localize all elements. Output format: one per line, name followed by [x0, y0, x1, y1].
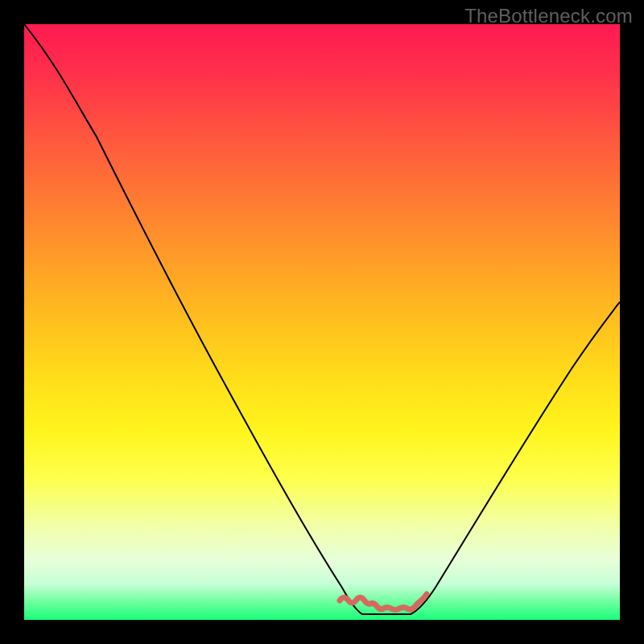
- bottleneck-curve: [24, 24, 620, 614]
- trough-marker: [340, 594, 427, 610]
- chart-frame: TheBottleneck.com: [0, 0, 644, 644]
- watermark-text: TheBottleneck.com: [464, 5, 633, 27]
- plot-area: [24, 24, 620, 620]
- chart-svg: [24, 24, 620, 620]
